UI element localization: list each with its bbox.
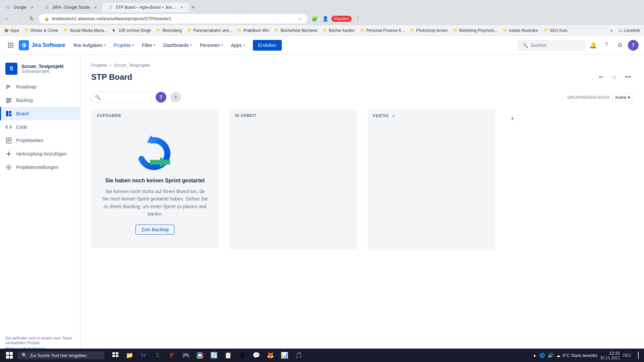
svg-rect-10	[9, 114, 11, 116]
breadcrumb-projekte[interactable]: Projekte	[91, 63, 107, 68]
bookmark-leseliste[interactable]: 📖 Leseliste	[618, 28, 640, 33]
nav-filter[interactable]: Filter ▾	[139, 41, 158, 49]
add-column-button[interactable]: +	[506, 112, 519, 125]
dashboards-chevron: ▾	[190, 43, 192, 47]
taskbar-word[interactable]: W	[137, 349, 150, 361]
tray-up-icon[interactable]: ▲	[533, 353, 537, 358]
bookmark-bucherliste[interactable]: 📁 Bücherliste Bücherei	[274, 28, 317, 33]
sidebar-item-code-label: Code	[16, 124, 27, 130]
bookmark-panorama[interactable]: 📁 Panoramabahn und...	[187, 28, 232, 33]
taskbar-browser2[interactable]: 🦊	[264, 349, 277, 361]
bookmark-bloomberg-label: Bloomberg	[162, 28, 182, 33]
nav-dashboards[interactable]: Dashboards ▾	[161, 41, 195, 49]
taskbar-refresh[interactable]: 🔄	[207, 349, 221, 361]
bookmark-praktikum[interactable]: 📁 Praktikum WU	[237, 28, 269, 33]
apps-grid-button[interactable]	[5, 40, 16, 51]
bookmark-bucher-kaufen[interactable]: 📁 Bücher kaufen	[323, 28, 355, 33]
bookmark-apps[interactable]: 📦 Apps	[4, 28, 19, 33]
bookmark-adobe[interactable]: 📁 Adobe Illustrator	[503, 28, 538, 33]
taskbar-analytics[interactable]: 📊	[278, 349, 291, 361]
project-type: Softwareprojekt	[21, 69, 64, 74]
more-options-button[interactable]: ⋮	[353, 14, 362, 23]
tab-stp-board-close[interactable]: ✕	[180, 5, 183, 10]
svg-rect-9	[9, 111, 11, 113]
taskbar-jira[interactable]: 📋	[221, 349, 235, 361]
board-search[interactable]: 🔍	[91, 92, 152, 102]
taskbar-chrome[interactable]	[193, 349, 207, 361]
taskbar-terminal[interactable]: 🖥	[235, 349, 249, 361]
board-user-avatar[interactable]: T	[156, 92, 166, 103]
tab-stp-board[interactable]: J STP Board – Agile-Board – Jira ... ✕	[102, 3, 189, 12]
user-avatar[interactable]: T	[628, 40, 639, 51]
bookmark-more[interactable]: »	[610, 28, 613, 33]
sidebar-item-projekteinstellungen[interactable]: Projekteinstellungen	[0, 161, 80, 174]
search-box[interactable]: 🔍 Suchen	[518, 40, 585, 50]
bookmark-dinner[interactable]: 📁 Dinner & Crime	[24, 28, 58, 33]
edit-title-button[interactable]: ✏	[596, 72, 606, 82]
nav-ihre-aufgaben[interactable]: Ihre Aufgaben ▾	[70, 41, 108, 49]
column-fertig-body	[368, 123, 495, 250]
taskbar-chat[interactable]: 💬	[250, 349, 263, 361]
tray-language[interactable]: DEU	[623, 353, 631, 358]
taskbar-search[interactable]: 🔍 Zur Suche Text hier eingeben	[17, 351, 105, 359]
star-button[interactable]: ☆	[609, 72, 620, 82]
taskbar-powerpoint[interactable]: P	[165, 349, 178, 361]
board-toolbar: 🔍 T + GRUPPIEREN NACH Keine ▾	[80, 88, 644, 107]
bookmark-photoshop[interactable]: 📁 Photoshop lernen	[410, 28, 448, 33]
bookmark-star-icon[interactable]: ☆	[298, 16, 302, 21]
taskbar-excel[interactable]: X	[151, 349, 164, 361]
start-button[interactable]	[3, 349, 16, 361]
taskbar-file-explorer[interactable]: 📁	[123, 349, 136, 361]
bookmark-praktikum-label: Praktikum WU	[244, 28, 269, 33]
forward-button[interactable]: →	[15, 14, 24, 23]
bookmark-social[interactable]: 📁 Social Media Mana...	[63, 28, 107, 33]
svg-rect-5	[6, 100, 11, 100]
group-by-select[interactable]: Keine ▾	[612, 93, 633, 102]
taskbar-task-view[interactable]	[109, 349, 122, 361]
address-bar[interactable]: 🔒 testdeutsch1.atlassian.net/jira/softwa…	[39, 14, 307, 23]
bookmark-leseliste-label: Leseliste	[624, 28, 640, 33]
bookmark-apps-label: Apps	[10, 28, 19, 33]
search-icon: 🔍	[522, 43, 528, 48]
more-title-button[interactable]: •••	[623, 72, 633, 82]
reload-button[interactable]: ↻	[27, 14, 36, 23]
taskbar-spotify[interactable]: 🎵	[292, 349, 305, 361]
create-button[interactable]: Erstellen	[253, 40, 282, 51]
back-button[interactable]: ←	[3, 14, 12, 23]
bookmark-marketing[interactable]: 📁 Marketing Psycholo...	[453, 28, 498, 33]
zum-backlog-button[interactable]: Zum Backlog	[136, 225, 174, 235]
bookmark-personal-finance[interactable]: 📁 Personal Finance K...	[360, 28, 405, 33]
help-button[interactable]: ?	[601, 40, 612, 51]
sidebar-item-verknupfung[interactable]: Verknüpfung hinzufügen	[0, 147, 80, 161]
sidebar-item-board[interactable]: Board	[0, 107, 80, 120]
projektseiten-icon	[5, 137, 12, 144]
jira-logo[interactable]: Jira Software	[19, 40, 65, 50]
tab-jira-search[interactable]: G JIRA - Google Suche ✕	[39, 3, 102, 12]
taskbar-game[interactable]: 🎮	[179, 349, 193, 361]
tray-time: 12:31 30.11.2021	[600, 351, 620, 360]
board-add-user-button[interactable]: +	[170, 92, 181, 103]
nav-personen[interactable]: Personen ▾	[197, 41, 226, 49]
tab-jira-search-close[interactable]: ✕	[94, 5, 97, 10]
bookmark-b[interactable]: B 100 schöne Dinge	[112, 28, 151, 33]
sidebar-item-backlog[interactable]: Backlog	[0, 94, 80, 107]
sidebar-item-code[interactable]: Code	[0, 120, 80, 134]
new-tab-button[interactable]: +	[189, 3, 198, 12]
pause-badge[interactable]: Pausiert	[331, 16, 352, 22]
sidebar-item-projektseiten[interactable]: Projektseiten	[0, 134, 80, 147]
tab-google[interactable]: G Google ✕	[0, 3, 39, 12]
personal-finance-icon: 📁	[360, 28, 365, 33]
extensions-button[interactable]: 🧩	[310, 14, 319, 23]
bookmark-bloomberg[interactable]: 📁 Bloomberg	[156, 28, 182, 33]
sidebar-item-roadmap[interactable]: Roadmap	[0, 80, 80, 94]
profile-button[interactable]: 👤	[321, 14, 330, 23]
show-desktop-button[interactable]: ▕	[634, 352, 639, 359]
bookmark-seo[interactable]: 📁 SEO Kurs	[544, 28, 568, 33]
breadcrumb-scrum[interactable]: Scrum_Testprojekt	[114, 63, 150, 68]
tab-google-close[interactable]: ✕	[31, 5, 34, 10]
notifications-button[interactable]: 🔔	[588, 40, 598, 51]
svg-rect-4	[6, 98, 11, 99]
nav-apps[interactable]: Apps ▾	[228, 41, 248, 49]
nav-projekte[interactable]: Projekte ▾	[111, 41, 137, 49]
settings-button[interactable]: ⚙	[614, 40, 625, 51]
